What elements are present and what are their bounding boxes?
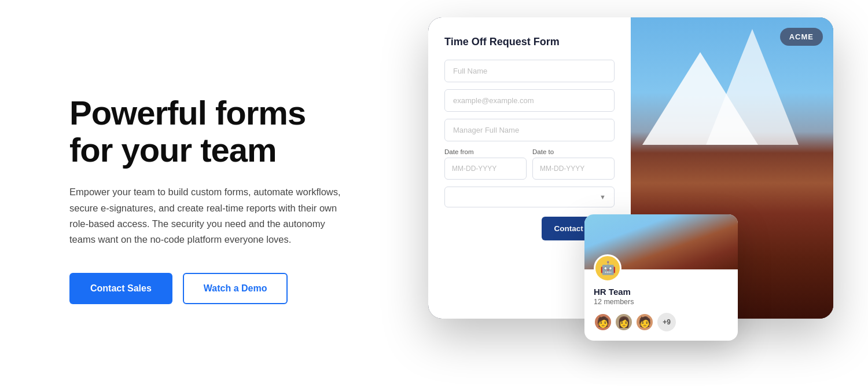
- date-from-group: Date from MM-DD-YYYY: [444, 148, 527, 180]
- avatar: 🤖: [594, 254, 621, 282]
- date-to-group: Date to MM-DD-YYYY: [532, 148, 615, 180]
- member-avatar-3: 🧑: [635, 313, 654, 331]
- fullname-field[interactable]: Full Name: [444, 60, 615, 82]
- mountain-shape-2: [706, 29, 799, 145]
- date-from-field[interactable]: MM-DD-YYYY: [444, 158, 527, 180]
- avatar-emoji: 🤖: [600, 261, 616, 276]
- date-to-label: Date to: [532, 148, 615, 155]
- card-mountain-header: 🤖: [584, 214, 738, 269]
- right-content: Time Off Request Form Full Name example@…: [393, 0, 822, 387]
- manager-field[interactable]: Manager Full Name: [444, 119, 615, 141]
- select-field[interactable]: ▼: [444, 187, 615, 207]
- date-row: Date from MM-DD-YYYY Date to MM-DD-YYYY: [444, 148, 615, 180]
- contact-sales-button[interactable]: Contact Sales: [69, 273, 172, 304]
- cta-buttons: Contact Sales Watch a Demo: [69, 273, 393, 304]
- member-avatar-1: 🧑: [594, 313, 612, 331]
- members-count: 12 members: [594, 298, 729, 306]
- avatar-more-count: +9: [657, 313, 676, 331]
- date-from-label: Date from: [444, 148, 527, 155]
- hero-title: Powerful forms for your team: [69, 94, 393, 169]
- form-title: Time Off Request Form: [444, 36, 615, 48]
- watch-demo-button[interactable]: Watch a Demo: [183, 273, 288, 304]
- team-name: HR Team: [594, 287, 729, 297]
- acme-badge: ACME: [780, 28, 823, 46]
- date-to-field[interactable]: MM-DD-YYYY: [532, 158, 615, 180]
- hr-team-card: 🤖 HR Team 12 members 🧑 👩 🧑 +9: [584, 214, 738, 341]
- email-field[interactable]: example@example.com: [444, 89, 615, 112]
- page-wrapper: Powerful forms for your team Empower you…: [0, 0, 868, 387]
- chevron-down-icon: ▼: [599, 194, 606, 200]
- member-avatars: 🧑 👩 🧑 +9: [594, 313, 729, 331]
- left-content: Powerful forms for your team Empower you…: [69, 83, 393, 304]
- member-avatar-2: 👩: [615, 313, 633, 331]
- hero-description: Empower your team to build custom forms,…: [69, 184, 347, 247]
